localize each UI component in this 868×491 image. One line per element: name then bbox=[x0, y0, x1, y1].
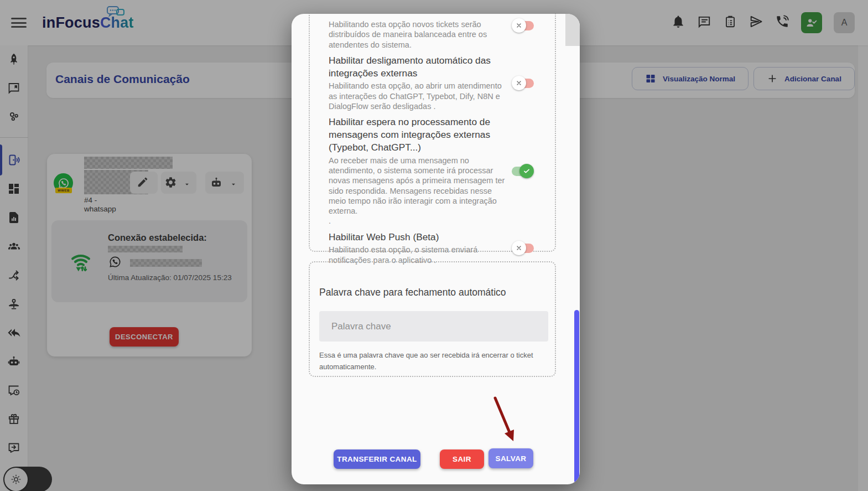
toggle-thumb bbox=[512, 76, 526, 90]
channel-settings-modal: Habilitando esta opção novos tickets ser… bbox=[292, 14, 580, 484]
modal-scrollbar-thumb[interactable] bbox=[574, 310, 579, 483]
setting-toggle[interactable] bbox=[512, 164, 534, 178]
setting-toggle[interactable] bbox=[512, 18, 534, 33]
annotation-arrow bbox=[490, 395, 525, 446]
setting-description: Habilitando esta opção, ao abrir um aten… bbox=[329, 81, 506, 111]
keyword-title: Palavra chave para fechamento automático bbox=[319, 287, 546, 298]
setting-toggle[interactable] bbox=[512, 241, 534, 255]
keyword-group: Palavra chave para fechamento automático… bbox=[309, 261, 556, 377]
toggle-thumb bbox=[519, 164, 534, 178]
setting-row-wait-processing: Habilitar espera no processamento de men… bbox=[329, 116, 534, 226]
modal-scrollbar-track bbox=[565, 14, 580, 46]
save-button[interactable]: SALVAR bbox=[488, 448, 533, 468]
check-icon bbox=[523, 167, 531, 175]
x-icon bbox=[516, 245, 522, 251]
setting-toggle[interactable] bbox=[512, 76, 534, 90]
x-icon bbox=[516, 22, 522, 29]
setting-row-auto-shutdown-integrations: Habilitar desligamento automático das in… bbox=[329, 54, 534, 111]
setting-row-balanced-distribution: Habilitando esta opção novos tickets ser… bbox=[329, 19, 534, 50]
setting-title: Habilitar Web Push (Beta) bbox=[329, 231, 506, 244]
keyword-helper-text: Essa é uma palavra chave que ao ser rece… bbox=[319, 350, 540, 373]
app-screen: inFocusChat A bbox=[0, 0, 868, 491]
toggle-thumb bbox=[512, 241, 526, 255]
setting-description: Habilitando esta opção novos tickets ser… bbox=[329, 19, 506, 50]
toggle-thumb bbox=[512, 18, 526, 33]
setting-row-web-push: Habilitar Web Push (Beta) Habilitando es… bbox=[329, 231, 534, 265]
settings-group: Habilitando esta opção novos tickets ser… bbox=[309, 14, 556, 252]
x-icon bbox=[516, 80, 522, 86]
setting-title: Habilitar desligamento automático das in… bbox=[329, 54, 506, 80]
exit-button[interactable]: SAIR bbox=[440, 449, 484, 469]
transfer-channel-button[interactable]: TRANSFERIR CANAL bbox=[334, 449, 420, 469]
setting-title: Habilitar espera no processamento de men… bbox=[329, 116, 506, 153]
keyword-input[interactable] bbox=[319, 311, 548, 342]
setting-description: Ao receber mais de uma mensagem no atend… bbox=[329, 156, 506, 226]
